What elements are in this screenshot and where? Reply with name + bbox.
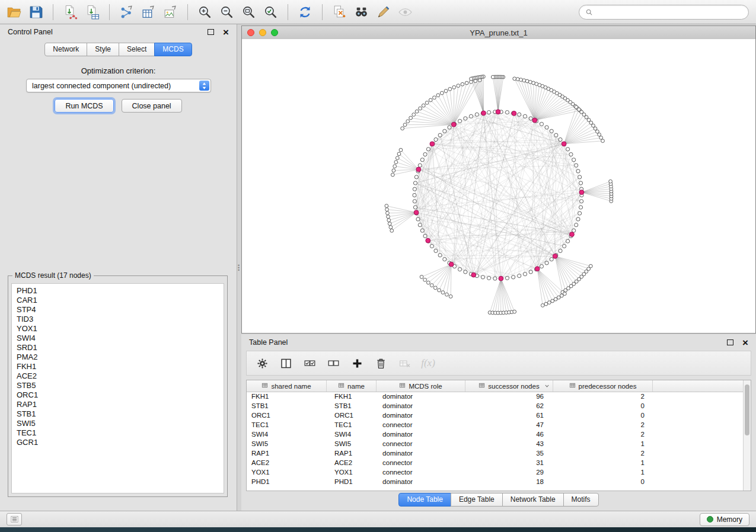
mcds-result-item[interactable]: CAR1 — [17, 296, 224, 305]
mcds-result-item[interactable]: STB1 — [17, 409, 224, 419]
run-mcds-button[interactable]: Run MCDS — [55, 99, 113, 113]
mcds-result-item[interactable]: TID3 — [17, 315, 224, 324]
mcds-result-item[interactable]: STB5 — [17, 381, 224, 390]
tab-style[interactable]: Style — [87, 43, 119, 56]
mcds-result-item[interactable]: SWI5 — [17, 419, 224, 428]
mcds-result-item[interactable]: PHD1 — [17, 286, 224, 296]
window-close-button[interactable] — [247, 29, 254, 36]
search-input[interactable] — [596, 8, 742, 17]
column-header-predecessor-nodes[interactable]: predecessor nodes — [553, 380, 653, 392]
zoom-selected-icon[interactable] — [261, 3, 280, 21]
panel-menu-button[interactable] — [7, 513, 22, 525]
zoom-in-icon[interactable] — [196, 3, 214, 21]
window-minimize-button[interactable] — [259, 29, 266, 36]
vertical-splitter[interactable]: ••• — [237, 24, 241, 511]
clone-network-icon[interactable] — [330, 3, 349, 21]
tab-motifs[interactable]: Motifs — [563, 493, 599, 507]
toolbar-separator — [187, 4, 188, 20]
tab-network-table[interactable]: Network Table — [502, 493, 564, 507]
mcds-result-item[interactable]: RAP1 — [17, 400, 224, 409]
table-scrollbar[interactable] — [743, 380, 751, 491]
table-row[interactable]: RAP1RAP1dominator352 — [247, 448, 744, 458]
cell-successor_nodes: 35 — [465, 450, 553, 457]
mcds-result-item[interactable]: FKH1 — [17, 362, 224, 371]
table-settings-icon[interactable] — [255, 356, 269, 370]
close-panel-icon[interactable]: × — [223, 27, 229, 37]
cell-successor_nodes: 47 — [465, 421, 553, 428]
column-header-successor-nodes[interactable]: successor nodes — [465, 380, 553, 392]
optimization-criterion-label: Optimization criterion: — [0, 66, 237, 75]
mcds-result-item[interactable]: STP4 — [17, 305, 224, 315]
network-window-titlebar[interactable]: YPA_prune.txt_1 — [242, 26, 755, 40]
network-window-title: YPA_prune.txt_1 — [470, 28, 527, 37]
column-header-mcds-role[interactable]: MCDS role — [377, 380, 465, 392]
column-header-shared-name[interactable]: shared name — [247, 380, 327, 392]
control-panel: Control Panel × NetworkStyleSelectMCDS O… — [0, 24, 237, 511]
cell-successor_nodes: 96 — [465, 393, 553, 400]
cell-predecessor_nodes: 2 — [553, 421, 653, 428]
cell-shared_name: ACE2 — [247, 459, 327, 466]
refresh-layout-icon[interactable] — [296, 3, 314, 21]
table-row[interactable]: STB1STB1dominator620 — [247, 401, 744, 411]
first-neighbors-icon[interactable] — [352, 3, 371, 21]
import-network-icon[interactable] — [61, 3, 79, 21]
table-row[interactable]: SWI4SWI4dominator462 — [247, 430, 744, 439]
network-graph[interactable] — [242, 39, 755, 333]
mcds-result-item[interactable]: ACE2 — [17, 371, 224, 381]
tab-select[interactable]: Select — [119, 43, 155, 56]
table-row[interactable]: PHD1PHD1dominator180 — [247, 477, 744, 486]
mcds-result-item[interactable]: TEC1 — [17, 428, 224, 438]
deselect-all-rows-icon[interactable] — [326, 356, 340, 370]
new-network-icon[interactable] — [117, 3, 136, 21]
mcds-result-item[interactable]: GCR1 — [17, 438, 224, 447]
column-header-name[interactable]: name — [327, 380, 377, 392]
mcds-result-list[interactable]: PHD1CAR1STP4TID3YOX1SWI4SRD1PMA2FKH1ACE2… — [11, 283, 224, 493]
table-row[interactable]: FKH1FKH1dominator962 — [247, 392, 744, 401]
save-session-icon[interactable] — [27, 3, 45, 21]
cell-predecessor_nodes: 0 — [553, 402, 653, 409]
add-column-icon[interactable] — [350, 356, 364, 370]
apply-style-icon[interactable] — [374, 3, 393, 21]
table-row[interactable]: TEC1TEC1connector472 — [247, 420, 744, 430]
optimization-dropdown[interactable]: largest connected component (undirected) — [26, 79, 211, 92]
mcds-result-item[interactable]: SWI4 — [17, 334, 224, 343]
mcds-result-item[interactable]: PMA2 — [17, 352, 224, 362]
import-table-icon[interactable] — [83, 3, 101, 21]
close-panel-button[interactable]: Close panel — [122, 99, 182, 113]
tab-network[interactable]: Network — [44, 43, 87, 56]
network-view[interactable] — [242, 39, 755, 333]
show-hide-icon[interactable] — [396, 3, 414, 21]
select-all-rows-icon[interactable] — [302, 356, 317, 370]
mcds-result-item[interactable]: SRD1 — [17, 343, 224, 352]
tab-mcds[interactable]: MCDS — [154, 43, 192, 56]
new-table-icon[interactable] — [139, 3, 158, 21]
memory-button[interactable]: Memory — [700, 513, 749, 526]
table-row[interactable]: YOX1YOX1connector291 — [247, 467, 744, 477]
tab-edge-table[interactable]: Edge Table — [451, 493, 503, 507]
table-row[interactable]: ORC1ORC1dominator610 — [247, 411, 744, 420]
tab-node-table[interactable]: Node Table — [398, 493, 451, 507]
cell-mcds_role: connector — [377, 469, 465, 476]
search-box[interactable] — [579, 5, 749, 20]
mcds-result-group: MCDS result (17 nodes) PHD1CAR1STP4TID3Y… — [8, 275, 228, 497]
column-label: name — [347, 383, 365, 390]
zoom-out-icon[interactable] — [218, 3, 236, 21]
close-table-panel-icon[interactable]: × — [742, 338, 748, 348]
scrollbar-thumb[interactable] — [745, 384, 749, 435]
mcds-result-item[interactable]: ORC1 — [17, 390, 224, 400]
delete-column-icon[interactable] — [374, 356, 388, 370]
float-table-panel-icon[interactable] — [727, 339, 733, 345]
table-row[interactable]: SWI5SWI5connector431 — [247, 439, 744, 448]
dropdown-value: largest connected component (undirected) — [32, 82, 171, 90]
open-session-icon[interactable] — [5, 3, 23, 21]
float-panel-icon[interactable] — [208, 29, 214, 35]
mcds-result-item[interactable]: YOX1 — [17, 324, 224, 334]
column-visibility-icon[interactable] — [279, 356, 293, 370]
export-image-icon[interactable] — [161, 3, 180, 21]
table-row[interactable]: ACE2ACE2connector311 — [247, 458, 744, 467]
zoom-fit-icon[interactable] — [240, 3, 258, 21]
function-builder-icon[interactable]: f(x) — [421, 356, 435, 370]
window-zoom-button[interactable] — [271, 29, 278, 36]
clear-table-icon[interactable] — [397, 356, 412, 370]
cell-successor_nodes: 43 — [465, 440, 553, 447]
